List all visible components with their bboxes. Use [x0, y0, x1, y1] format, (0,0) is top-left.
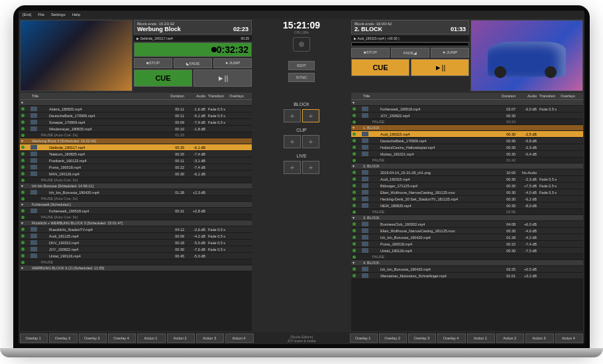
- block-header[interactable]: ▾2. BLOCK: [351, 163, 583, 169]
- clip-row[interactable]: Ich_bin_Borussia_190420.mp401:28+2,3 dB: [20, 189, 252, 196]
- overlay-action-right-7[interactable]: Action 3: [525, 334, 553, 343]
- preview-right[interactable]: [470, 20, 583, 91]
- add-live-right[interactable]: +: [302, 161, 319, 174]
- pause-row[interactable]: PAUSE [Auto-Cue: 3s]: [20, 177, 252, 183]
- clip-row[interactable]: JOY_150822.mp400:30: [351, 113, 583, 119]
- clip-row[interactable]: Hecking-Denk_30 Sek_StadionTV_181125.mp4…: [351, 196, 583, 203]
- jump-button-left[interactable]: ►JUMP: [213, 58, 252, 68]
- pause-row[interactable]: PAUSE [Auto-Cue: 3s]: [20, 196, 252, 202]
- clip-row[interactable]: Ich_bin_Borussia_190420.mp401:28-4,2 dB: [351, 234, 583, 241]
- overlay-action-right-2[interactable]: Overlay 2: [379, 334, 407, 343]
- clip-row[interactable]: Puma_190518.mp400:22-7,4 dB: [20, 164, 252, 171]
- record-button[interactable]: [293, 37, 310, 52]
- col-audio[interactable]: Audio: [184, 94, 205, 98]
- clip-row[interactable]: HollandCasino_Halbzeitspiel.mp400:30-2,3…: [351, 144, 583, 151]
- col-transition[interactable]: Transition: [205, 94, 229, 98]
- sync-button[interactable]: SYNC: [288, 73, 315, 82]
- overlay-action-left-1[interactable]: Overlay 1: [20, 334, 48, 343]
- clip-row[interactable]: Puma_190518.mp400:22-7,4 dB: [351, 241, 583, 248]
- overlay-action-left-2[interactable]: Overlay 2: [49, 334, 77, 343]
- col-duration[interactable]: Duration: [163, 94, 184, 98]
- block-header[interactable]: ▾4. BLOCK: [351, 260, 583, 266]
- menu-file[interactable]: File: [38, 13, 44, 17]
- clip-row[interactable]: Bitburger_171125.mp400:30+7,5 dBFade 0,5…: [351, 183, 583, 189]
- clip-row[interactable]: Audi_190315.mp400:30-2,3 dBFade 0,5 s: [351, 176, 583, 183]
- overlay-action-left-3[interactable]: Overlay 3: [79, 334, 107, 343]
- overlay-action-left-8[interactable]: Action 4: [225, 334, 253, 343]
- overlay-action-left-5[interactable]: Action 1: [137, 334, 165, 343]
- clip-row[interactable]: Unitel_190126.mp400:30-7,5 dB: [351, 248, 583, 254]
- clip-row[interactable]: Telekom_180825.mp400:25-7,4 dB: [20, 151, 252, 158]
- clip-row[interactable]: JOY_150822.mp400:30-7,6 dBFade 0,5 s: [20, 246, 252, 253]
- menu-exit[interactable]: [Exit]: [23, 13, 31, 17]
- jump-button-right[interactable]: ►JUMP: [431, 48, 469, 58]
- menu-settings[interactable]: Settings: [51, 13, 66, 17]
- clip-row[interactable]: Mobau_181021.mp400:30-0,4 dB: [351, 151, 583, 158]
- block-header[interactable]: ▾: [351, 100, 583, 106]
- play-button-right[interactable]: ►||: [411, 59, 469, 76]
- clip-row[interactable]: Elten_Wolfmove_NarrowCasting_181125.mov0…: [351, 189, 583, 196]
- preview-left[interactable]: [20, 20, 133, 91]
- clip-row[interactable]: Unitel_190126.mp400:45-5,0 dB: [20, 253, 252, 259]
- fade-button-left[interactable]: ◣FADE: [174, 58, 212, 68]
- clip-row[interactable]: 2019-04-14_15-21-28_ch1.png10:00No Audio: [351, 169, 583, 176]
- overlay-action-right-5[interactable]: Action 1: [467, 334, 495, 343]
- clip-row[interactable]: Audi_181125.mp400:09-4,2 dBFade 0,5 s: [20, 233, 252, 240]
- clip-row[interactable]: Fohlenwelt_190518.mp400:21+2,8 dB: [20, 208, 252, 214]
- clip-row[interactable]: Aldera_180825.mp400:11-1,6 dBFade 0,5 s: [20, 106, 252, 113]
- overlay-action-left-7[interactable]: Action 3: [196, 334, 224, 343]
- clip-row[interactable]: DKV_190322.mp400:18-5,0 dBFade 0,5 s: [20, 240, 252, 246]
- overlay-action-right-3[interactable]: Overlay 3: [408, 334, 436, 343]
- overlay-action-left-6[interactable]: Action 2: [167, 334, 195, 343]
- cue-button-right[interactable]: CUE: [351, 59, 410, 76]
- clip-row[interactable]: NEW_180825.mp400:30-8,0 dB: [351, 203, 583, 209]
- pause-row[interactable]: PAUSE: [20, 259, 252, 265]
- overlay-action-right-8[interactable]: Action 4: [555, 334, 583, 343]
- clip-row[interactable]: Fohlenwelt_190518.mp402:07-6,0 dBFade 0,…: [351, 106, 583, 113]
- clip-row[interactable]: Wiedemeyer_180825.mp400:10-1,8 dB: [20, 126, 252, 132]
- edit-button[interactable]: EDIT: [288, 61, 315, 70]
- pause-row[interactable]: PAUSE02:56: [351, 209, 583, 215]
- pause-row[interactable]: PAUSE [Auto-Cue: 3s]01:33: [20, 132, 252, 138]
- add-clip-right[interactable]: +: [302, 135, 319, 148]
- overlay-action-left-4[interactable]: Overlay 4: [108, 334, 136, 343]
- col-overlays[interactable]: Overlays: [229, 94, 250, 98]
- add-block-left[interactable]: +: [284, 109, 301, 122]
- clip-row[interactable]: DeutscheBank_170909.mp400:11-5,1 dBFade …: [20, 113, 252, 119]
- pause-row[interactable]: PAUSE01:42: [351, 158, 583, 163]
- block-header[interactable]: ▾3. BLOCK: [351, 215, 583, 221]
- clip-row[interactable]: Sonepar_170909.mp400:09-7,9 dBFade 0,5 s: [20, 119, 252, 126]
- col-title[interactable]: Title: [21, 94, 163, 98]
- pause-row[interactable]: PAUSE [Auto-Cue: 3s]: [20, 214, 252, 220]
- menu-help[interactable]: Help: [72, 13, 80, 17]
- add-clip-left[interactable]: +: [284, 135, 301, 148]
- play-button-left[interactable]: ►||: [193, 69, 252, 87]
- add-live-left[interactable]: +: [284, 161, 301, 174]
- block-header[interactable]: ▾Ich bin Borusse [Scheduled: 14:56:11]: [20, 183, 252, 189]
- block-header[interactable]: ▾Werbung Block 4 [Scheduled: 15:22:42]: [20, 138, 252, 144]
- block-header[interactable]: ▾WERBUNG BLOCK 6 (2) [Scheduled: 11:55]: [20, 265, 252, 271]
- clip-row[interactable]: Ruecklicht_StadionTV.mp404:12-2,6 dBFade…: [20, 226, 252, 233]
- block-header[interactable]: ▾1. BLOCK: [351, 125, 583, 131]
- stop-button-right[interactable]: ■STOP: [351, 48, 390, 58]
- clip-row[interactable]: MAN_190126.mp400:30-6,1 dB: [20, 171, 252, 177]
- stop-button-left[interactable]: ■STOP: [134, 58, 172, 68]
- block-header[interactable]: ▾Rücklicht + WERBUNG BLOCK 5 [Scheduled:…: [20, 220, 252, 226]
- clip-row[interactable]: Gelände_190117.mp400:25-6,1 dB: [20, 144, 252, 151]
- clip-row[interactable]: Ich_bin_Borussia_190420.mp403:25+0,5 dB: [351, 266, 583, 273]
- overlay-action-right-1[interactable]: Overlay 1: [350, 334, 378, 343]
- fade-button-right[interactable]: FADE◢: [391, 48, 429, 58]
- block-header[interactable]: ▾: [20, 100, 252, 106]
- clip-row[interactable]: DeutscheBank_170909.mp400:30-5,8 dB: [351, 138, 583, 144]
- cue-button-left[interactable]: CUE: [134, 69, 192, 87]
- pause-row[interactable]: PAUSE: [351, 254, 583, 260]
- clip-row[interactable]: Postbank_160123.mp400:11-3,1 dB: [20, 158, 252, 164]
- clip-row[interactable]: Audi_190315.mp400:30-2,5 dB: [351, 131, 583, 138]
- overlay-action-right-6[interactable]: Action 2: [496, 334, 524, 343]
- add-block-right[interactable]: +: [302, 109, 319, 122]
- clip-row[interactable]: BusinessClub_190302.mp404:08+6,0 dB: [351, 221, 583, 228]
- clip-row[interactable]: Warsteiner_Motivation_Schnellinger.mp401…: [351, 273, 583, 279]
- clip-row[interactable]: Elten_Wolfmove_NarrowCasting_181125.mov0…: [351, 228, 583, 234]
- overlay-action-right-4[interactable]: Overlay 4: [437, 334, 465, 343]
- pause-row[interactable]: PAUSE04:24: [351, 119, 583, 125]
